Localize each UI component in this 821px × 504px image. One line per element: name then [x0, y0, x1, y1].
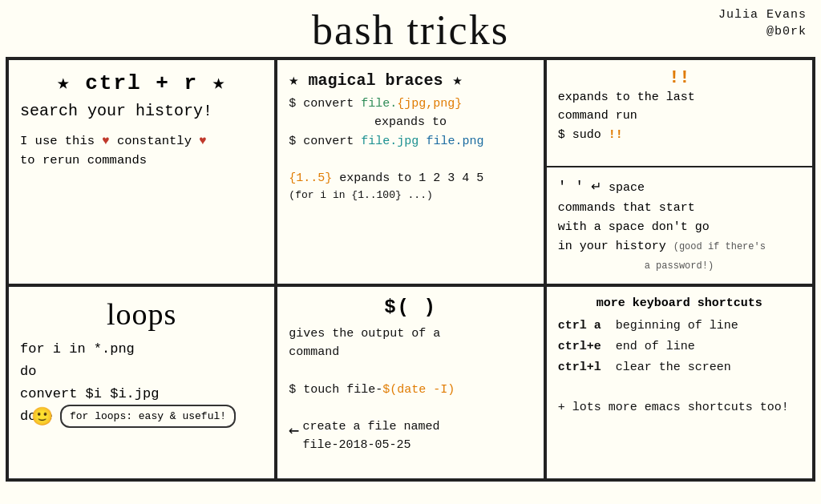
star-mb-left: ★ — [289, 71, 298, 90]
loop-line2: do — [20, 361, 263, 383]
shortcut-row-1: ctrl a beginning of line — [558, 317, 801, 335]
loop-line3: convert $i $i.jpg — [20, 383, 263, 405]
cell-dollar-paren: $( ) gives the output of a command $ tou… — [276, 285, 544, 480]
dp-arrow-row: ↗ create a file named file-2018-05-25 — [289, 417, 532, 455]
sub-cell-bang: !! expands to the last command run $ sud… — [547, 60, 812, 167]
shortcut-key-2: ctrl+e — [558, 337, 616, 356]
mb-line5: (for i in {1..100} ...) — [289, 187, 532, 204]
author-name: Julia Evans — [718, 6, 807, 23]
cell-top-right: !! expands to the last command run $ sud… — [545, 58, 814, 285]
page: Julia Evans @b0rk bash tricks ★ ctrl + r… — [0, 0, 821, 504]
loops-title: loops — [20, 296, 263, 332]
cell-shortcuts: more keyboard shortcuts ctrl a beginning… — [545, 285, 814, 480]
ctrl-r-title: ★ ctrl + r ★ — [20, 70, 263, 95]
stickman-icon: 🙂 — [31, 406, 53, 428]
dp-line2: command — [289, 343, 532, 361]
mb-brace2: {1..5} — [289, 171, 332, 185]
star-icon-left: ★ — [57, 71, 71, 95]
star-icon-right: ★ — [212, 71, 227, 95]
dp-line5: file-2018-05-25 — [303, 436, 440, 454]
ctrl-r-subtitle: search your history! — [20, 102, 263, 120]
bang-body-sub: expands to the last command run $ sudo !… — [558, 88, 801, 144]
mb-file-png: file.png — [426, 135, 483, 148]
page-title: bash tricks — [0, 0, 821, 57]
dp-line3: $ touch file-$(date -I) — [289, 381, 532, 399]
mb-brace: {jpg,png} — [397, 97, 462, 111]
sub-cell-space: ' ' ↵ space commands that start with a s… — [547, 167, 812, 284]
mb-line3: $ convert file.jpg file.png — [289, 132, 532, 151]
dp-line4: create a file named — [303, 417, 440, 436]
cell-loops: loops for i in *.png do convert $i $i.jp… — [7, 285, 276, 480]
shortcut-desc-2: end of line — [616, 337, 695, 356]
shortcut-row-2: ctrl+e end of line — [558, 337, 801, 356]
bang-title-sub: !! — [558, 68, 801, 88]
main-grid: ★ ctrl + r ★ search your history! I use … — [6, 57, 815, 482]
heart-icon-2: ♥ — [199, 134, 206, 148]
author: Julia Evans @b0rk — [718, 6, 807, 40]
ctrl-r-line3: to rerun commands — [20, 153, 147, 167]
magical-braces-title: ★ magical braces ★ — [289, 70, 532, 90]
cell-magical-braces: ★ magical braces ★ $ convert file.{jpg,p… — [276, 58, 544, 285]
space-body: ' ' ↵ space commands that start with a s… — [558, 175, 801, 276]
mb-file-jpg: file. — [361, 97, 397, 111]
dollar-paren-body: gives the output of a command $ touch fi… — [289, 325, 532, 455]
mb-line2: expands to — [289, 113, 532, 131]
dollar-paren-title: $( ) — [289, 296, 532, 318]
shortcut-desc-1: beginning of line — [616, 317, 738, 335]
shortcut-key-1: ctrl a — [558, 317, 616, 335]
ctrl-r-body: I use this ♥ constantly ♥ to rerun comma… — [20, 131, 263, 170]
loop-line1: for i in *.png — [20, 338, 263, 361]
mb-line1: $ convert file.{jpg,png} — [289, 95, 532, 113]
dp-line1: gives the output of a — [289, 325, 532, 343]
heart-icon-1: ♥ — [102, 134, 109, 148]
mb-line4: {1..5} expands to 1 2 3 4 5 — [289, 169, 532, 187]
loops-bubble: for loops: easy & useful! — [60, 405, 236, 428]
cell-ctrl-r: ★ ctrl + r ★ search your history! I use … — [7, 58, 276, 285]
dp-date: $(date -I) — [382, 383, 455, 397]
shortcuts-footer: + lots more emacs shortcuts too! — [558, 398, 801, 417]
star-mb-right: ★ — [452, 71, 462, 90]
shortcuts-body: ctrl a beginning of line ctrl+e end of l… — [558, 317, 801, 417]
mb-file-jpg2: file.jpg — [361, 135, 419, 148]
shortcut-desc-3: clear the screen — [616, 358, 731, 377]
author-handle: @b0rk — [718, 23, 807, 40]
magical-braces-body: $ convert file.{jpg,png} expands to $ co… — [289, 95, 532, 204]
dp-desc: create a file named file-2018-05-25 — [303, 417, 440, 455]
shortcut-row-3: ctrl+l clear the screen — [558, 358, 801, 377]
shortcuts-title: more keyboard shortcuts — [558, 296, 801, 310]
shortcut-key-3: ctrl+l — [558, 358, 616, 377]
